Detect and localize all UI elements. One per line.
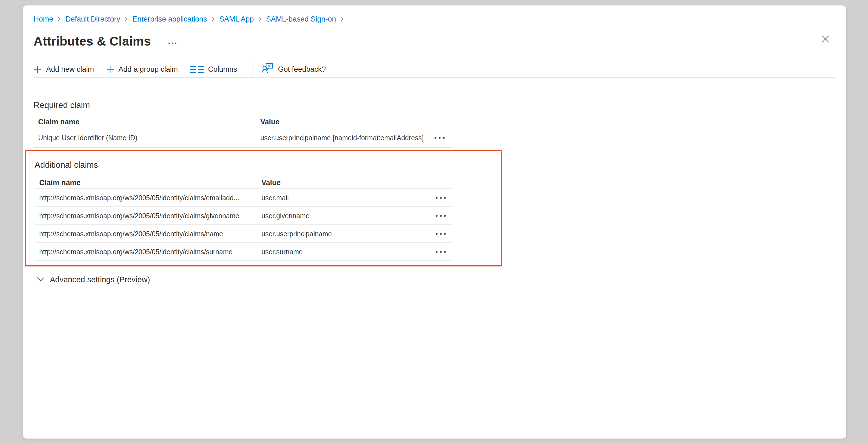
columns-button[interactable]: Columns [190,65,237,73]
claim-name-cell: http://schemas.xmlsoap.org/ws/2005/05/id… [35,230,261,238]
claim-value-cell: user.userprincipalname [261,230,435,238]
column-header-claim-name: Claim name [34,118,260,126]
plus-icon [34,65,42,73]
chevron-right-icon [57,16,61,22]
required-claim-section: Required claim Claim name Value Unique U… [34,100,835,148]
required-claim-heading: Required claim [34,100,835,111]
more-commands-icon[interactable] [168,39,176,44]
toolbar-divider [252,63,252,75]
attributes-claims-blade: Home Default Directory Enterprise applic… [23,5,846,439]
columns-label: Columns [208,65,237,73]
column-header-claim-name: Claim name [35,179,261,187]
row-ellipsis-icon[interactable] [434,137,451,139]
claim-value-cell: user.mail [261,194,435,202]
table-row[interactable]: http://schemas.xmlsoap.org/ws/2005/05/id… [35,243,452,261]
breadcrumb-saml-based-sign-on[interactable]: SAML-based Sign-on [266,15,336,24]
claim-name-cell: http://schemas.xmlsoap.org/ws/2005/05/id… [35,248,261,256]
additional-claims-table: Claim name Value http://schemas.xmlsoap.… [35,177,452,261]
columns-icon [190,66,204,73]
table-header-row: Claim name Value [35,177,452,189]
claim-name-cell: Unique User Identifier (Name ID) [34,134,260,142]
advanced-settings-toggle[interactable]: Advanced settings (Preview) [34,275,150,284]
claim-value-cell: user.surname [261,248,435,256]
breadcrumb-default-directory[interactable]: Default Directory [65,15,120,24]
claim-name-cell: http://schemas.xmlsoap.org/ws/2005/05/id… [35,212,261,220]
got-feedback-button[interactable]: Got feedback? [262,63,326,76]
chevron-right-icon [124,16,128,22]
required-claim-table: Claim name Value Unique User Identifier … [34,116,451,148]
additional-claims-heading: Additional claims [35,159,501,171]
column-header-value: Value [260,118,434,126]
additional-claims-section-highlighted: Additional claims Claim name Value http:… [25,150,502,266]
breadcrumb-home[interactable]: Home [34,15,53,24]
chevron-right-icon [211,16,215,22]
table-row[interactable]: Unique User Identifier (Name ID) user.us… [34,128,451,148]
close-button[interactable] [819,33,832,46]
advanced-settings-label: Advanced settings (Preview) [50,275,150,284]
page-title: Attributes & Claims [34,34,151,49]
table-row[interactable]: http://schemas.xmlsoap.org/ws/2005/05/id… [35,207,452,225]
claim-name-cell: http://schemas.xmlsoap.org/ws/2005/05/id… [35,194,261,202]
row-ellipsis-icon[interactable] [435,251,452,253]
command-bar: Add new claim Add a group claim Columns [34,66,835,78]
row-ellipsis-icon[interactable] [435,215,452,217]
got-feedback-label: Got feedback? [278,65,326,73]
chevron-right-icon [340,16,344,22]
add-group-claim-label: Add a group claim [119,65,178,73]
feedback-person-icon [262,63,274,76]
breadcrumb-enterprise-applications[interactable]: Enterprise applications [132,15,207,24]
chevron-down-icon [37,277,44,283]
chevron-right-icon [258,16,262,22]
title-row: Attributes & Claims [34,33,835,49]
claim-value-cell: user.userprincipalname [nameid-format:em… [260,134,434,142]
page-background: { "breadcrumb": { "items": [ { "label": … [0,0,868,444]
add-new-claim-label: Add new claim [46,65,94,73]
table-header-row: Claim name Value [34,116,451,128]
close-icon [822,35,830,44]
column-header-value: Value [261,179,435,187]
plus-icon [106,65,114,73]
add-new-claim-button[interactable]: Add new claim [34,65,94,73]
table-row[interactable]: http://schemas.xmlsoap.org/ws/2005/05/id… [35,225,452,243]
breadcrumb-saml-app[interactable]: SAML App [219,15,254,24]
row-ellipsis-icon[interactable] [435,197,452,199]
table-row[interactable]: http://schemas.xmlsoap.org/ws/2005/05/id… [35,189,452,207]
row-ellipsis-icon[interactable] [435,233,452,235]
claim-value-cell: user.givenname [261,212,435,220]
breadcrumb: Home Default Directory Enterprise applic… [34,14,835,24]
add-group-claim-button[interactable]: Add a group claim [106,65,178,73]
